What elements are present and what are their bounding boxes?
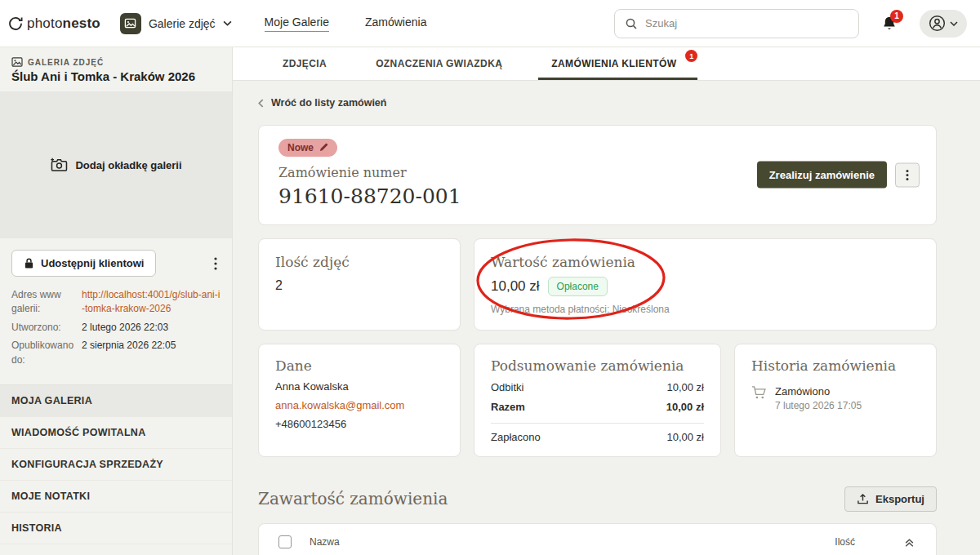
nav-my-galleries[interactable]: Moje Galerie	[265, 16, 329, 32]
sidebar-item-settings[interactable]: USTAWIENIA	[0, 544, 232, 555]
account-menu-button[interactable]	[920, 10, 967, 38]
logo-text: photonesto	[27, 16, 100, 32]
galleries-menu-button[interactable]: Galerie zdjęć	[120, 13, 232, 34]
share-with-client-button[interactable]: Udostępnij klientowi	[11, 250, 156, 277]
order-status-badge[interactable]: Nowe	[278, 139, 337, 157]
gallery-section-label: GALERIA ZDJĘĆ	[28, 58, 104, 67]
sidebar-item-my-gallery[interactable]: MOJA GALERIA	[0, 385, 232, 417]
order-history-card: Historia zamówienia Zamówiono 7 lutego 2…	[734, 344, 937, 457]
gallery-url-row: Adres www galerii: http://localhost:4001…	[11, 288, 220, 317]
order-value-card: Wartość zamówienia 10,00 zł Opłacone Wyb…	[474, 238, 937, 331]
camera-plus-icon	[50, 158, 68, 172]
sidebar-item-welcome-message[interactable]: WIADOMOŚĆ POWITALNA	[0, 417, 232, 449]
fulfill-order-button[interactable]: Zrealizuj zamówienie	[757, 162, 887, 189]
order-contents-head: Zawartość zamówienia Eksportuj	[258, 486, 937, 512]
search-box[interactable]	[614, 9, 859, 38]
select-all-checkbox[interactable]	[278, 535, 292, 548]
collapse-all-button[interactable]	[902, 535, 916, 549]
summary-prints-label: Odbitki	[491, 381, 523, 393]
order-header-card: Nowe Zamówienie numer 91610-88720-001 Zr…	[258, 125, 937, 225]
history-card-title: Historia zamówienia	[751, 357, 920, 374]
table-header-row: Nazwa Ilość	[259, 524, 936, 555]
pencil-icon	[319, 143, 328, 152]
customer-card-title: Dane	[275, 357, 443, 374]
order-value-amount: 10,00 zł	[491, 278, 540, 295]
gallery-sidebar: GALERIA ZDJĘĆ Ślub Ani i Tomka - Kraków …	[0, 47, 233, 555]
order-detail-page: Wróć do listy zamówień Nowe Zamówienie n…	[233, 81, 980, 555]
export-icon	[857, 493, 869, 505]
order-status-label: Nowe	[287, 142, 314, 153]
summary-card-title: Podsumowanie zamówienia	[491, 357, 704, 374]
order-kebab-menu[interactable]	[895, 162, 920, 187]
photo-count-card: Ilość zdjęć 2	[258, 238, 461, 331]
order-actions: Zrealizuj zamówienie	[757, 162, 920, 189]
order-stats-row: Ilość zdjęć 2 Wartość zamówienia 10,00 z…	[258, 238, 937, 331]
published-value: 2 sierpnia 2026 22:05	[82, 339, 176, 367]
history-event-label: Zamówiono	[775, 385, 862, 397]
main-content: ZDJĘCIA OZNACZENIA GWIAZDKĄ ZAMÓWIENIA K…	[233, 47, 980, 555]
sidebar-kebab-menu[interactable]	[211, 254, 220, 273]
summary-divider	[491, 423, 704, 424]
summary-paid-label: Zapłacono	[491, 431, 541, 443]
search-input[interactable]	[645, 17, 849, 29]
column-header-name: Nazwa	[310, 536, 340, 548]
collapse-icon	[904, 537, 915, 548]
published-label: Opublikowano do:	[11, 339, 82, 367]
summary-prints-value: 10,00 zł	[666, 381, 704, 393]
tab-starred[interactable]: OZNACZENIA GWIAZDKĄ	[351, 47, 527, 80]
galleries-button-label: Galerie zdjęć	[149, 17, 216, 30]
export-button-label: Eksportuj	[875, 493, 924, 505]
add-cover-button[interactable]: Dodaj okładkę galerii	[50, 158, 181, 172]
chevron-down-icon	[223, 20, 232, 26]
export-button[interactable]: Eksportuj	[844, 486, 937, 512]
image-icon	[11, 57, 23, 67]
gallery-tabs: ZDJĘCIA OZNACZENIA GWIAZDKĄ ZAMÓWIENIA K…	[233, 47, 980, 81]
logo-mark-icon	[8, 16, 23, 31]
customer-email-link[interactable]: anna.kowalska@gmail.com	[275, 399, 443, 411]
gallery-title: Ślub Ani i Tomka - Kraków 2026	[11, 69, 220, 83]
sidebar-item-sales-config[interactable]: KONFIGURACJA SPRZEDAŻY	[0, 449, 232, 481]
back-to-orders-link[interactable]: Wróć do listy zamówień	[258, 97, 386, 109]
nav-orders[interactable]: Zamówienia	[365, 16, 426, 32]
summary-total-value: 10,00 zł	[666, 401, 704, 413]
cart-icon	[751, 385, 767, 400]
notifications-button[interactable]: 1	[882, 16, 897, 32]
created-value: 2 lutego 2026 22:03	[82, 321, 168, 335]
paid-status-badge: Opłacone	[548, 277, 608, 296]
order-value-title: Wartość zamówienia	[491, 254, 920, 270]
tab-client-orders[interactable]: ZAMÓWIENIA KLIENTÓW 1	[527, 47, 709, 80]
sidebar-menu: MOJA GALERIA WIADOMOŚĆ POWITALNA KONFIGU…	[0, 384, 232, 555]
history-event: Zamówiono 7 lutego 2026 17:05	[751, 385, 920, 411]
tab-photos[interactable]: ZDJĘCIA	[258, 47, 351, 80]
summary-paid-value: 10,00 zł	[666, 431, 704, 443]
app-logo[interactable]: photonesto	[8, 16, 100, 32]
gallery-url-link[interactable]: http://localhost:4001/g/slub-ani-i-tomka…	[82, 288, 220, 317]
order-items-table: Nazwa Ilość	[258, 523, 937, 555]
gallery-icon	[120, 13, 141, 34]
order-details-row: Dane Anna Kowalska anna.kowalska@gmail.c…	[258, 344, 937, 457]
created-label: Utworzono:	[11, 321, 82, 335]
notifications-badge: 1	[890, 10, 903, 23]
kebab-icon	[906, 169, 909, 180]
sidebar-item-my-notes[interactable]: MOJE NOTATKI	[0, 481, 232, 513]
search-icon	[625, 17, 638, 30]
share-button-label: Udostępnij klientowi	[41, 257, 144, 269]
main-nav: Moje Galerie Zamówienia	[265, 16, 427, 32]
add-cover-label: Dodaj okładkę galerii	[75, 159, 181, 171]
sidebar-header: GALERIA ZDJĘĆ Ślub Ani i Tomka - Kraków …	[0, 47, 232, 91]
photo-count-value: 2	[275, 278, 443, 293]
sidebar-item-history[interactable]: HISTORIA	[0, 513, 232, 544]
summary-row-total: Razem 10,00 zł	[491, 401, 704, 413]
history-event-date: 7 lutego 2026 17:05	[775, 400, 862, 411]
customer-name: Anna Kowalska	[275, 380, 443, 393]
back-link-label: Wróć do listy zamówień	[271, 97, 386, 109]
kebab-icon	[214, 257, 217, 270]
column-header-qty: Ilość	[835, 536, 855, 548]
summary-row-prints: Odbitki 10,00 zł	[491, 381, 704, 393]
orders-tab-badge: 1	[685, 50, 697, 62]
published-row: Opublikowano do: 2 sierpnia 2026 22:05	[11, 339, 220, 367]
gallery-cover-placeholder[interactable]: Dodaj okładkę galerii	[0, 91, 232, 238]
share-row: Udostępnij klientowi	[0, 238, 232, 288]
topbar: photonesto Galerie zdjęć Moje Galerie Za…	[0, 0, 980, 47]
chevron-down-icon	[950, 21, 958, 26]
